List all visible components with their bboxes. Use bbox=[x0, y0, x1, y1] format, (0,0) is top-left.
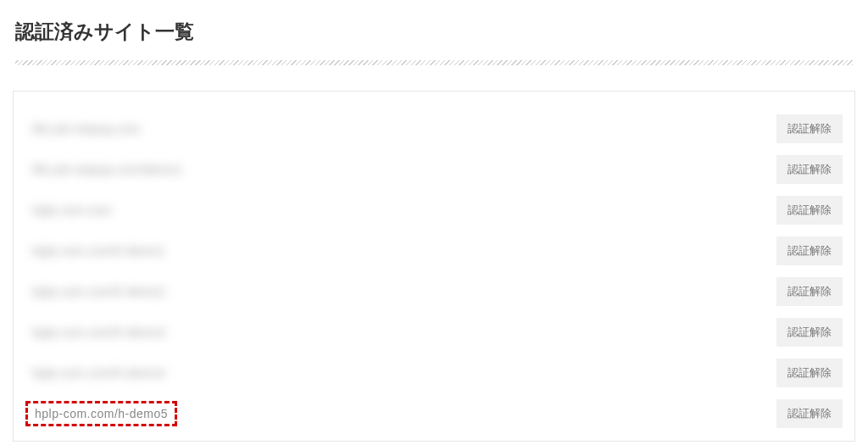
site-url-label: hplp-com.com/h-demo3 bbox=[25, 320, 172, 344]
site-url-label: hplp-com.com/h-demo2 bbox=[25, 280, 172, 303]
site-url-label: hplp-com.com bbox=[25, 198, 119, 222]
revoke-button[interactable]: 認証解除 bbox=[776, 155, 843, 184]
site-row: hplp-com.com/h-demo2認証解除 bbox=[25, 271, 843, 312]
site-row: hplp-com.com/h-demo4認証解除 bbox=[25, 353, 843, 393]
hatched-divider bbox=[15, 60, 853, 65]
site-row: hplp-com.com/h-demo3認証解除 bbox=[25, 312, 843, 353]
site-row: hplp-com.com/h-demo1認証解除 bbox=[25, 231, 843, 271]
site-url-label: life-job-stepup.com bbox=[25, 117, 147, 141]
verified-sites-panel: life-job-stepup.com認証解除life-job-stepup.c… bbox=[13, 91, 855, 442]
site-url-label: life-job-stepup.com/demo1 bbox=[25, 158, 189, 181]
revoke-button[interactable]: 認証解除 bbox=[776, 196, 843, 225]
page-title: 認証済みサイト一覧 bbox=[0, 0, 868, 60]
site-url-label: hplp-com.com/h-demo5 bbox=[25, 401, 177, 426]
revoke-button[interactable]: 認証解除 bbox=[776, 399, 843, 428]
revoke-button[interactable]: 認証解除 bbox=[776, 236, 843, 265]
site-row: hplp-com.com認証解除 bbox=[25, 190, 843, 231]
site-url-label: hplp-com.com/h-demo4 bbox=[25, 361, 172, 385]
site-list: life-job-stepup.com認証解除life-job-stepup.c… bbox=[25, 108, 843, 434]
site-row: life-job-stepup.com認証解除 bbox=[25, 108, 843, 149]
revoke-button[interactable]: 認証解除 bbox=[776, 318, 843, 347]
site-url-label: hplp-com.com/h-demo1 bbox=[25, 239, 172, 263]
revoke-button[interactable]: 認証解除 bbox=[776, 114, 843, 143]
site-row: life-job-stepup.com/demo1認証解除 bbox=[25, 149, 843, 190]
site-row: hplp-com.com/h-demo5認証解除 bbox=[25, 393, 843, 434]
revoke-button[interactable]: 認証解除 bbox=[776, 277, 843, 306]
revoke-button[interactable]: 認証解除 bbox=[776, 359, 843, 387]
